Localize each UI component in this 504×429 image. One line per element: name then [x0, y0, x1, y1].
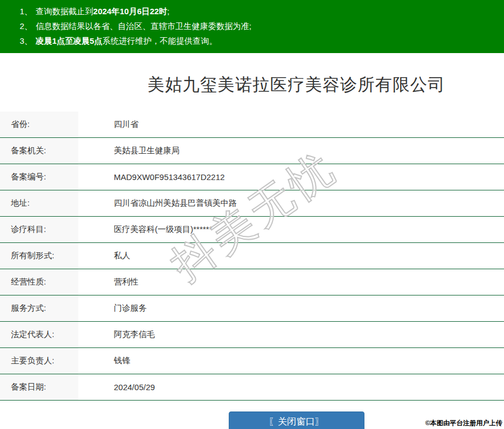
title-wrap: 美姑九玺美诺拉医疗美容诊所有限公司	[44, 73, 504, 96]
notice-text: 信息数据结果以各省、自治区、直辖市卫生健康委数据为准;	[36, 21, 251, 31]
table-row-filing-date: 备案日期: 2024/05/29	[0, 374, 504, 401]
table-row-medical-subjects: 诊疗科目: 医疗美容科(一级项目)******	[0, 217, 504, 243]
row-value: 四川省凉山州美姑县巴普镇美中路	[78, 190, 504, 216]
record-table: 省份: 四川省 备案机关: 美姑县卫生健康局 备案编号: MAD9XW0F951…	[0, 112, 504, 401]
notice-number: 2、	[20, 19, 32, 33]
row-label: 主要负责人:	[0, 348, 78, 374]
row-value: 门诊服务	[78, 295, 504, 321]
notice-number: 3、	[20, 33, 32, 48]
close-window-button[interactable]: 〖关闭窗口〗	[229, 411, 364, 429]
footer-credit: ©本图由平台注册用户上传	[425, 419, 502, 428]
table-row-province: 省份: 四川省	[0, 112, 504, 138]
row-value: 阿克李信毛	[78, 322, 504, 347]
notice-header: 1、查询数据截止到2024年10月6日22时; 2、信息数据结果以各省、自治区、…	[0, 0, 504, 53]
table-row-legal-representative: 法定代表人: 阿克李信毛	[0, 322, 504, 348]
row-value: 医疗美容科(一级项目)******	[78, 217, 504, 242]
notice-text: 系统进行维护，不能提供查询。	[102, 36, 217, 45]
table-row-filing-number: 备案编号: MAD9XW0F951343617D2212	[0, 164, 504, 190]
table-row-ownership: 所有制形式: 私人	[0, 243, 504, 269]
row-label: 所有制形式:	[0, 243, 78, 269]
row-label: 备案编号:	[0, 164, 78, 190]
notice-line-3: 3、凌晨1点至凌晨5点系统进行维护，不能提供查询。	[20, 33, 504, 48]
notice-text: 查询数据截止到	[36, 7, 93, 16]
row-label: 服务方式:	[0, 295, 78, 321]
row-value: 美姑县卫生健康局	[78, 138, 504, 164]
table-row-filing-authority: 备案机关: 美姑县卫生健康局	[0, 138, 504, 164]
row-label: 经营性质:	[0, 269, 78, 295]
page-title: 美姑九玺美诺拉医疗美容诊所有限公司	[148, 75, 445, 94]
notice-line-1: 1、查询数据截止到2024年10月6日22时;	[20, 4, 504, 19]
notice-text-bold: 凌晨1点至凌晨5点	[36, 36, 102, 45]
row-value: 钱锋	[78, 348, 504, 374]
row-value: 私人	[78, 243, 504, 269]
notice-text-bold: 2024年10月6日22时	[93, 7, 167, 16]
table-row-service-mode: 服务方式: 门诊服务	[0, 295, 504, 322]
row-value: 营利性	[78, 269, 504, 295]
table-row-address: 地址: 四川省凉山州美姑县巴普镇美中路	[0, 190, 504, 217]
row-value: 四川省	[78, 112, 504, 137]
notice-number: 1、	[20, 4, 32, 19]
row-label: 省份:	[0, 112, 78, 137]
table-row-business-nature: 经营性质: 营利性	[0, 269, 504, 295]
row-label: 地址:	[0, 190, 78, 216]
row-label: 法定代表人:	[0, 322, 78, 347]
row-label: 备案日期:	[0, 374, 78, 400]
row-label: 诊疗科目:	[0, 217, 78, 242]
notice-text: ;	[167, 7, 169, 16]
row-value: MAD9XW0F951343617D2212	[78, 164, 504, 190]
notice-line-2: 2、信息数据结果以各省、自治区、直辖市卫生健康委数据为准;	[20, 19, 504, 33]
table-row-person-in-charge: 主要负责人: 钱锋	[0, 348, 504, 374]
row-label: 备案机关:	[0, 138, 78, 164]
row-value: 2024/05/29	[78, 374, 504, 400]
